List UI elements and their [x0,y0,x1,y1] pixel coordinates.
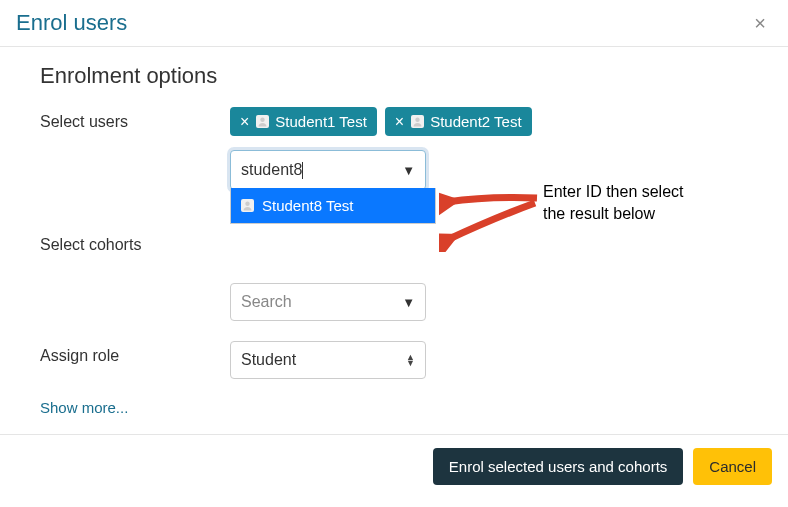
user-tag[interactable]: × Student2 Test [385,107,532,136]
modal-body: Enrolment options Select users × Student… [0,47,788,434]
user-search-input[interactable]: student8 ▼ Student8 Test [230,150,426,190]
cancel-button[interactable]: Cancel [693,448,772,485]
selected-user-tags: × Student1 Test × Student2 Test [230,107,748,136]
svg-point-2 [245,202,249,206]
modal-title: Enrol users [16,10,127,36]
user-avatar-icon [241,199,254,212]
cohort-search-input[interactable]: Search ▼ [230,283,426,321]
user-tag-label: Student1 Test [275,113,366,130]
assign-role-value: Student [241,351,406,369]
modal-footer: Enrol selected users and cohorts Cancel [0,434,788,498]
user-tag[interactable]: × Student1 Test [230,107,377,136]
user-avatar-icon [256,115,269,128]
dropdown-icon[interactable]: ▼ [402,163,415,178]
assign-role-select[interactable]: Student ▲▼ [230,341,426,379]
dropdown-icon[interactable]: ▼ [402,295,415,310]
cohort-search-placeholder: Search [241,293,402,311]
user-search-result[interactable]: Student8 Test [231,188,435,223]
row-select-users: Select users × Student1 Test × Student2 … [40,107,748,190]
show-more-link[interactable]: Show more... [40,399,748,416]
label-assign-role: Assign role [40,341,230,365]
user-search-wrap: student8 ▼ Student8 Test [230,150,748,190]
section-title: Enrolment options [40,63,748,89]
user-avatar-icon [411,115,424,128]
user-tag-label: Student2 Test [430,113,521,130]
label-select-users: Select users [40,107,230,131]
select-users-field: × Student1 Test × Student2 Test [230,107,748,190]
user-search-dropdown: Student8 Test [230,188,436,224]
select-cohorts-field: Search ▼ [230,230,748,321]
row-assign-role: Assign role Student ▲▼ [40,341,748,379]
row-select-cohorts: Select cohorts Search ▼ [40,230,748,321]
enrol-button[interactable]: Enrol selected users and cohorts [433,448,683,485]
modal-header: Enrol users × [0,0,788,47]
user-search-value: student8 [241,161,402,179]
user-search-result-label: Student8 Test [262,197,353,214]
remove-tag-icon[interactable]: × [240,114,249,130]
select-updown-icon: ▲▼ [406,354,415,366]
assign-role-field: Student ▲▼ [230,341,748,379]
label-select-cohorts: Select cohorts [40,230,230,254]
remove-tag-icon[interactable]: × [395,114,404,130]
svg-point-0 [261,118,265,122]
svg-point-1 [415,118,419,122]
close-icon[interactable]: × [748,13,772,33]
